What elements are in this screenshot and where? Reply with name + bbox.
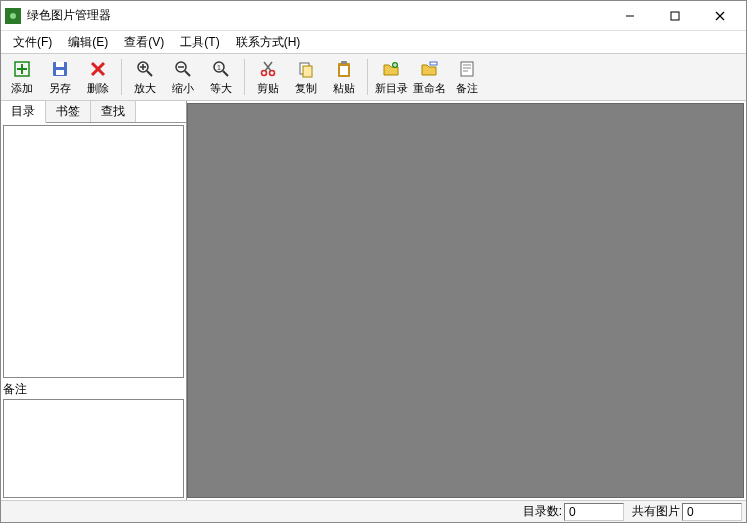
zoomin-button[interactable]: 放大: [126, 55, 164, 99]
paste-button[interactable]: 粘贴: [325, 55, 363, 99]
status-dircount: 目录数: 0: [519, 503, 628, 521]
zoomout-label: 缩小: [172, 81, 194, 96]
menubar: 文件(F) 编辑(E) 查看(V) 工具(T) 联系方式(H): [1, 31, 746, 53]
copy-label: 复制: [295, 81, 317, 96]
svg-line-22: [223, 71, 228, 76]
directory-tree[interactable]: [3, 125, 184, 378]
toolbar-separator: [244, 59, 245, 95]
actualsize-icon: 1: [211, 59, 231, 79]
save-icon: [50, 59, 70, 79]
imgcount-label: 共有图片: [632, 503, 680, 520]
cut-label: 剪贴: [257, 81, 279, 96]
delete-label: 删除: [87, 81, 109, 96]
copy-button[interactable]: 复制: [287, 55, 325, 99]
menu-file[interactable]: 文件(F): [5, 32, 60, 53]
sidebar-tabs: 目录 书签 查找: [1, 101, 186, 123]
note-textarea[interactable]: [3, 399, 184, 498]
menu-contact[interactable]: 联系方式(H): [228, 32, 309, 53]
zoomout-icon: [173, 59, 193, 79]
svg-rect-29: [303, 66, 312, 77]
svg-line-27: [264, 62, 271, 71]
svg-line-15: [147, 71, 152, 76]
svg-rect-10: [56, 62, 64, 67]
zoomin-label: 放大: [134, 81, 156, 96]
svg-point-1: [10, 13, 16, 19]
dircount-value: 0: [564, 503, 624, 521]
window-title: 绿色图片管理器: [27, 7, 607, 24]
svg-line-19: [185, 71, 190, 76]
content-area: 目录 书签 查找 备注: [1, 101, 746, 500]
toolbar-separator: [367, 59, 368, 95]
toolbar-separator: [121, 59, 122, 95]
dircount-label: 目录数:: [523, 503, 562, 520]
newfolder-button[interactable]: 新目录: [372, 55, 410, 99]
statusbar: 目录数: 0 共有图片 0: [1, 500, 746, 522]
remark-icon: [457, 59, 477, 79]
app-icon: [5, 8, 21, 24]
svg-rect-37: [461, 62, 473, 76]
svg-rect-31: [341, 61, 347, 64]
note-section: 备注: [1, 380, 186, 500]
menu-view[interactable]: 查看(V): [116, 32, 172, 53]
add-label: 添加: [11, 81, 33, 96]
maximize-button[interactable]: [652, 2, 697, 30]
rename-button[interactable]: 重命名: [410, 55, 448, 99]
window-controls: [607, 2, 742, 30]
copy-icon: [296, 59, 316, 79]
cut-button[interactable]: 剪贴: [249, 55, 287, 99]
newfolder-label: 新目录: [375, 81, 408, 96]
svg-line-26: [265, 62, 272, 71]
menu-edit[interactable]: 编辑(E): [60, 32, 116, 53]
add-icon: [12, 59, 32, 79]
svg-rect-3: [671, 12, 679, 20]
image-view[interactable]: [187, 103, 744, 498]
tab-bookmark[interactable]: 书签: [46, 101, 91, 122]
saveas-button[interactable]: 另存: [41, 55, 79, 99]
newfolder-icon: [381, 59, 401, 79]
zoomin-icon: [135, 59, 155, 79]
note-label: 备注: [1, 380, 186, 399]
toolbar: 添加 另存 删除 放大 缩小 1 等大 剪贴 复制 粘贴 新目录 重命名: [1, 53, 746, 101]
tab-directory[interactable]: 目录: [1, 101, 46, 123]
saveas-label: 另存: [49, 81, 71, 96]
delete-icon: [88, 59, 108, 79]
actualsize-button[interactable]: 1 等大: [202, 55, 240, 99]
remark-button[interactable]: 备注: [448, 55, 486, 99]
remark-label: 备注: [456, 81, 478, 96]
cut-icon: [258, 59, 278, 79]
imgcount-value: 0: [682, 503, 742, 521]
zoomout-button[interactable]: 缩小: [164, 55, 202, 99]
rename-label: 重命名: [413, 81, 446, 96]
svg-rect-32: [340, 66, 348, 75]
paste-icon: [334, 59, 354, 79]
svg-text:1: 1: [217, 64, 221, 71]
tab-find[interactable]: 查找: [91, 101, 136, 122]
titlebar: 绿色图片管理器: [1, 1, 746, 31]
svg-rect-36: [430, 62, 437, 65]
add-button[interactable]: 添加: [3, 55, 41, 99]
rename-icon: [419, 59, 439, 79]
actualsize-label: 等大: [210, 81, 232, 96]
close-button[interactable]: [697, 2, 742, 30]
menu-tools[interactable]: 工具(T): [172, 32, 227, 53]
svg-rect-11: [56, 70, 64, 75]
delete-button[interactable]: 删除: [79, 55, 117, 99]
paste-label: 粘贴: [333, 81, 355, 96]
minimize-button[interactable]: [607, 2, 652, 30]
sidebar: 目录 书签 查找 备注: [1, 101, 187, 500]
status-imgcount: 共有图片 0: [628, 503, 746, 521]
